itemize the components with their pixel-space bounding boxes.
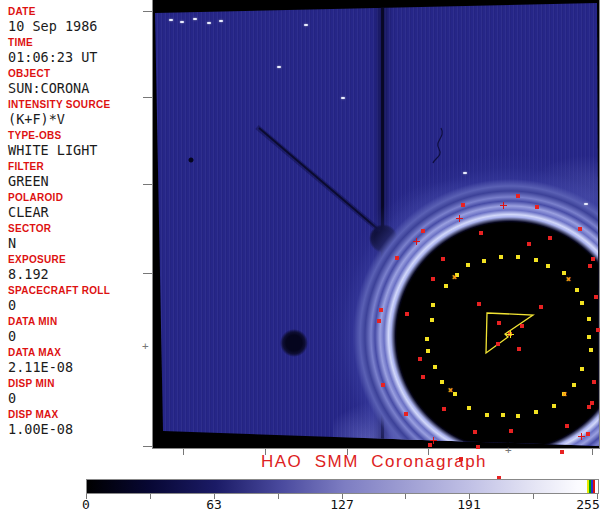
- calibration-dot-red: [539, 305, 543, 309]
- calibration-dot-red-inner: [588, 264, 592, 268]
- calibration-dot-red-inner: [590, 401, 594, 405]
- calibration-dot-red-inner: [527, 242, 531, 246]
- red-plus-marker: [459, 215, 460, 222]
- field-label: FILTER: [8, 160, 150, 173]
- calibration-dot-red: [497, 321, 501, 325]
- field-value: CLEAR: [8, 204, 150, 220]
- calibration-dot-yellow-ring: [572, 383, 576, 387]
- colorbar-stripe: [593, 480, 595, 493]
- image-viewport: ××××: [152, 0, 600, 449]
- calibration-dot-red: [476, 445, 480, 449]
- calibration-dot-yellow-ring: [440, 380, 444, 384]
- calibration-dot-red-outer: [395, 256, 399, 260]
- field-value: 1.00E-08: [8, 421, 150, 437]
- calibration-dot-red: [591, 257, 595, 261]
- colorbar-tick: [533, 494, 534, 499]
- calibration-dot-yellow-ring: [431, 303, 435, 307]
- field-value: (K+F)*V: [8, 111, 150, 127]
- field-value: 10 Sep 1986: [8, 18, 150, 34]
- metadata-field-type-obs: TYPE-OBSWHITE LIGHT: [0, 129, 150, 160]
- metadata-field-disp-min: DISP MIN0: [0, 377, 150, 408]
- metadata-field-disp-max: DISP MAX1.00E-08: [0, 408, 150, 439]
- calibration-dot-red-outer: [377, 319, 381, 323]
- colorbar-tick: [278, 494, 279, 499]
- field-label: POLAROID: [8, 191, 150, 204]
- field-value: SUN:CORONA: [8, 80, 150, 96]
- field-label: DATE: [8, 5, 150, 18]
- calibration-dot-yellow-ring: [433, 365, 437, 369]
- left-axis-tick: [143, 11, 152, 12]
- calibration-dot-red-inner: [421, 375, 425, 379]
- calibration-dot-red: [596, 328, 600, 332]
- colorbar-tick: [405, 494, 406, 499]
- calibration-dot-red-inner: [418, 357, 422, 361]
- field-value: 8.192: [8, 266, 150, 282]
- calibration-dot-yellow-ring: [485, 413, 489, 417]
- left-axis-tick: [143, 273, 152, 274]
- calibration-dot-red: [517, 347, 521, 351]
- colorbar-tick-label: 255: [576, 497, 599, 512]
- field-value: 01:06:23 UT: [8, 49, 150, 65]
- center-cross: [510, 330, 511, 338]
- calibration-dot-red-outer: [428, 443, 432, 447]
- calibration-dot-yellow-ring: [575, 288, 579, 292]
- calibration-dot-yellow-ring: [482, 259, 486, 263]
- colorbar-tick-label: 63: [206, 497, 222, 512]
- field-value: GREEN: [8, 173, 150, 189]
- metadata-field-object: OBJECTSUN:CORONA: [0, 67, 150, 98]
- metadata-field-data-min: DATA MIN0: [0, 315, 150, 346]
- field-label: OBJECT: [8, 67, 150, 80]
- metadata-field-time: TIME01:06:23 UT: [0, 36, 150, 67]
- calibration-dot-yellow-ring: [580, 301, 584, 305]
- intensity-colorbar: [86, 479, 599, 494]
- metadata-field-exposure: EXPOSURE8.192: [0, 253, 150, 284]
- left-axis-tick: [143, 184, 152, 185]
- field-value: WHITE LIGHT: [8, 142, 150, 158]
- calibration-dot-red-outer: [381, 383, 385, 387]
- calibration-dot-red-outer: [421, 229, 425, 233]
- metadata-field-spacecraft-roll: SPACECRAFT ROLL0: [0, 284, 150, 315]
- left-axis-plus: +: [142, 342, 149, 351]
- calibration-dot-red-inner: [479, 231, 483, 235]
- colorbar-tick-label: 0: [82, 497, 90, 512]
- colorbar-tick-label: 127: [330, 497, 353, 512]
- bottom-axis-plus: +: [505, 446, 512, 455]
- calibration-dot-red-outer: [379, 308, 383, 312]
- feature-polygon-layer: [153, 0, 599, 448]
- calibration-dot-yellow-ring: [501, 413, 505, 417]
- metadata-field-sector: SECTORN: [0, 222, 150, 253]
- field-value: 0: [8, 297, 150, 313]
- field-label: DATA MIN: [8, 315, 150, 328]
- calibration-dot-red-outer: [535, 205, 539, 209]
- left-axis-tick: [143, 97, 152, 98]
- calibration-dot-red-outer: [578, 227, 582, 231]
- calibration-dot-red: [496, 342, 500, 346]
- calibration-dot-yellow-ring: [589, 348, 593, 352]
- field-label: INTENSITY SOURCE: [8, 98, 150, 111]
- calibration-dot-yellow-ring: [516, 414, 520, 418]
- calibration-dot-red: [592, 380, 596, 384]
- field-label: DISP MAX: [8, 408, 150, 421]
- calibration-dot-yellow-ring: [499, 255, 503, 259]
- calibration-dot-red-inner: [441, 257, 445, 261]
- bottom-axis-tick: [183, 449, 184, 455]
- field-value: N: [8, 235, 150, 251]
- calibration-dot-yellow-ring: [466, 263, 470, 267]
- orange-x-marker: ×: [448, 387, 453, 395]
- calibration-dot-red-inner: [442, 407, 446, 411]
- field-label: TIME: [8, 36, 150, 49]
- calibration-dot-red-outer: [516, 194, 520, 198]
- calibration-dot-red-outer: [461, 203, 465, 207]
- calibration-dot-yellow-ring: [534, 258, 538, 262]
- calibration-dot-yellow-ring: [425, 337, 429, 341]
- metadata-field-date: DATE10 Sep 1986: [0, 5, 150, 36]
- orange-x-marker: ×: [562, 391, 567, 399]
- red-plus-marker: [433, 437, 434, 444]
- calibration-dot-yellow-ring: [580, 367, 584, 371]
- field-label: DISP MIN: [8, 377, 150, 390]
- metadata-field-intensity-source: INTENSITY SOURCE(K+F)*V: [0, 98, 150, 129]
- calibration-dot-yellow-ring: [453, 392, 457, 396]
- field-label: SECTOR: [8, 222, 150, 235]
- calibration-dot-red: [520, 324, 524, 328]
- calibration-dot-red-inner: [509, 429, 513, 433]
